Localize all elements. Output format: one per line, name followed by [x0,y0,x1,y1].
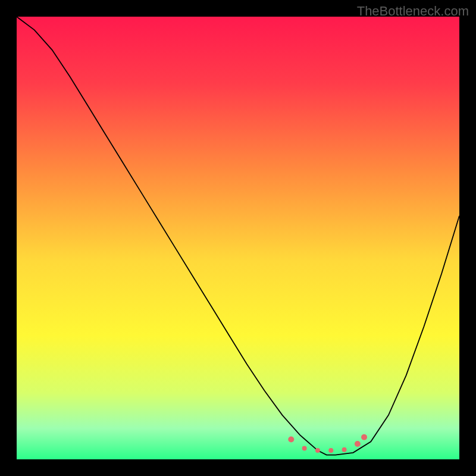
gradient-background [17,17,459,459]
highlight-dot [342,447,347,452]
highlight-dot [315,448,320,453]
highlight-dot [302,446,307,450]
highlight-dot [328,448,333,453]
highlight-dot [355,441,361,447]
watermark-text: TheBottleneck.com [357,4,469,19]
chart-container [17,17,459,459]
chart-svg [17,17,459,459]
highlight-dot [288,437,294,443]
highlight-dot [361,434,367,440]
